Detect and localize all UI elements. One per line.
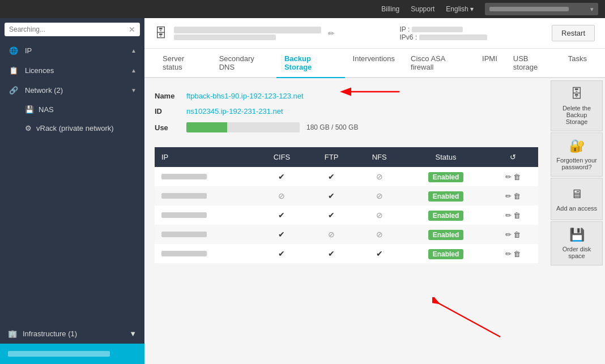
status-badge: Enabled: [428, 211, 464, 221]
delete-row-icon[interactable]: 🗑: [513, 211, 521, 220]
cell-ftp: ⊘: [308, 225, 355, 244]
order-disk-button[interactable]: 💾 Order disk space: [551, 221, 603, 265]
sidebar-item-network[interactable]: 🔗 Network (2) ▼: [0, 80, 144, 100]
cell-actions: ✏ 🗑: [488, 167, 538, 186]
delete-row-icon[interactable]: 🗑: [513, 230, 521, 239]
tab-interventions[interactable]: Interventions: [345, 49, 403, 78]
cell-ip: [155, 205, 255, 225]
search-bar[interactable]: ✕: [5, 23, 140, 36]
sidebar-item-nas[interactable]: 💾 NAS: [0, 100, 144, 119]
cell-nfs: ✔: [355, 244, 404, 263]
cifs-check-icon: ✔: [278, 211, 285, 220]
ip-value-blurred: [412, 27, 463, 32]
delete-backup-label: Delete the Backup Storage: [555, 105, 599, 125]
status-badge: Enabled: [428, 249, 464, 259]
id-label: ID: [155, 107, 177, 115]
server-name-blurred: [174, 27, 321, 33]
search-input[interactable]: [9, 25, 125, 33]
svg-line-1: [438, 303, 500, 337]
edit-row-icon[interactable]: ✏: [505, 211, 512, 220]
infrastructure-label: Infrastructure (1): [23, 329, 123, 338]
nfs-ban-icon: ⊘: [376, 211, 383, 220]
cell-actions: ✏ 🗑: [488, 244, 538, 263]
network-arrow: ▼: [131, 87, 137, 93]
cell-status: Enabled: [404, 225, 488, 244]
delete-row-icon[interactable]: 🗑: [513, 173, 521, 181]
cell-cifs: ✔: [255, 167, 308, 186]
billing-link[interactable]: Billing: [381, 5, 399, 13]
account-menu[interactable]: ▾: [485, 3, 598, 15]
ip-blurred: [161, 232, 207, 237]
tab-server-status[interactable]: Server status: [155, 49, 211, 78]
infrastructure-arrow: ▼: [129, 329, 137, 338]
tab-usb-storage[interactable]: USB storage: [505, 49, 560, 78]
name-row: Name ftpback-bhs1-90.ip-192-123-123.net: [155, 88, 538, 104]
forgotten-password-icon: 🔐: [569, 139, 585, 153]
id-row: ID ns102345.ip-192-231-231.net: [155, 104, 538, 119]
support-link[interactable]: Support: [411, 5, 434, 13]
nfs-ban-icon: ⊘: [376, 191, 383, 200]
edit-row-icon[interactable]: ✏: [505, 250, 512, 258]
table-row: ✔✔⊘Enabled✏ 🗑: [155, 205, 538, 225]
tab-ipmi[interactable]: IPMI: [474, 49, 505, 78]
cell-actions: ✏ 🗑: [488, 205, 538, 225]
forgotten-password-label: Forgotten your password?: [555, 157, 599, 170]
delete-backup-icon: 🗄: [570, 87, 583, 101]
table-row: ✔✔✔Enabled✏ 🗑: [155, 244, 538, 263]
delete-row-icon[interactable]: 🗑: [513, 192, 521, 200]
sidebar-server-item[interactable]: [0, 344, 144, 364]
delete-backup-button[interactable]: 🗄 Delete the Backup Storage: [551, 80, 603, 131]
forgotten-password-button[interactable]: 🔐 Forgotten your password?: [551, 132, 603, 177]
status-badge: Enabled: [428, 172, 464, 182]
sidebar-network-label: Network (2): [25, 86, 125, 95]
right-panel: 🗄 Delete the Backup Storage 🔐 Forgotten …: [548, 78, 605, 364]
edit-row-icon[interactable]: ✏: [505, 192, 512, 200]
server-info: [174, 27, 321, 40]
cell-nfs: ⊘: [355, 205, 404, 225]
tab-backup-storage[interactable]: Backup Storage: [276, 49, 345, 78]
nas-icon: 💾: [25, 105, 34, 114]
sidebar-item-infrastructure[interactable]: 🏢 Infrastructure (1) ▼: [0, 324, 144, 344]
sidebar-item-licences[interactable]: 📋 Licences ▲: [0, 61, 144, 80]
edit-row-icon[interactable]: ✏: [505, 230, 512, 239]
server-sub-blurred: [174, 35, 276, 40]
name-value: ftpback-bhs1-90.ip-192-123-123.net: [186, 92, 304, 100]
server-db-icon: 🗄: [155, 26, 167, 41]
cifs-ban-icon: ⊘: [278, 191, 285, 200]
backup-storage-content: Name ftpback-bhs1-90.ip-192-123-123.net …: [144, 78, 548, 364]
ipv6-label: IPv6 :: [400, 33, 417, 41]
server-header: 🗄 ✏ IP : IPv6 : Restart: [144, 18, 605, 49]
tab-secondary-dns[interactable]: Secondary DNS: [211, 49, 276, 78]
vrack-icon: ⚙: [25, 124, 32, 132]
nfs-ban-icon: ⊘: [376, 172, 383, 181]
col-ip: IP: [155, 147, 255, 167]
ftp-check-icon: ✔: [328, 249, 335, 258]
id-link[interactable]: ns102345.ip-192-231-231.net: [186, 107, 283, 115]
restart-button[interactable]: Restart: [552, 25, 595, 41]
edit-server-icon[interactable]: ✏: [328, 29, 335, 38]
use-text: 180 GB / 500 GB: [306, 123, 358, 131]
main-content: 🗄 ✏ IP : IPv6 : Restart Server status Se…: [144, 18, 605, 364]
sidebar-item-vrack[interactable]: ⚙ vRack (private network): [0, 119, 144, 138]
language-selector[interactable]: English ▾: [446, 5, 474, 13]
cifs-check-icon: ✔: [278, 172, 285, 181]
clear-search-icon[interactable]: ✕: [129, 25, 135, 34]
tab-cisco-asa[interactable]: Cisco ASA firewall: [403, 49, 474, 78]
cell-cifs: ✔: [255, 205, 308, 225]
ipv6-value-blurred: [419, 35, 487, 40]
sidebar-item-ip[interactable]: 🌐 IP ▲: [0, 41, 144, 61]
order-disk-label: Order disk space: [555, 246, 599, 259]
name-link[interactable]: ftpback-bhs1-90.ip-192-123-123.net: [186, 92, 304, 100]
ip-icon: 🌐: [8, 46, 19, 55]
add-access-button[interactable]: 🖥 Add an access: [551, 178, 603, 220]
cell-ftp: ✔: [308, 205, 355, 225]
add-access-label: Add an access: [556, 205, 597, 212]
cell-status: Enabled: [404, 244, 488, 263]
edit-row-icon[interactable]: ✏: [505, 173, 512, 181]
cell-status: Enabled: [404, 167, 488, 186]
delete-row-icon[interactable]: 🗑: [513, 250, 521, 258]
ftp-check-icon: ✔: [328, 172, 335, 181]
col-refresh: ↺: [488, 147, 538, 167]
tab-tasks[interactable]: Tasks: [560, 49, 595, 78]
nfs-check-icon: ✔: [376, 249, 383, 258]
